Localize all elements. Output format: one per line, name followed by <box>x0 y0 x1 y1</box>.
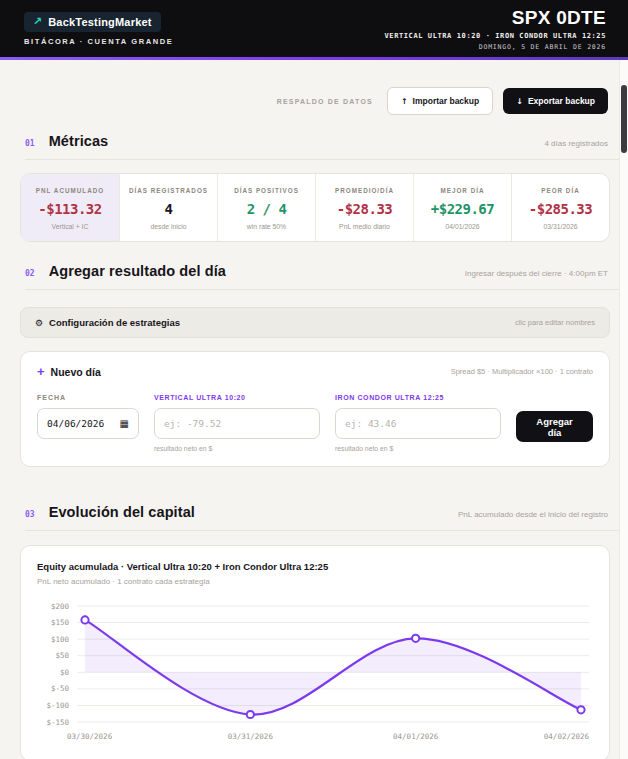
page-scrollbar[interactable] <box>619 60 628 759</box>
logo-arrow-icon: ↗ <box>33 16 42 27</box>
svg-text:$-50: $-50 <box>51 684 70 693</box>
brand-name: BackTestingMarket <box>48 16 151 28</box>
metric-dias-registrados: DÍAS REGISTRADOS 4 desde inicio <box>119 174 217 241</box>
svg-text:$100: $100 <box>51 635 70 644</box>
backup-row: RESPALDO DE DATOS ↑ Importar backup ↓ Ex… <box>20 87 608 115</box>
date-field-group: FECHA ▦ <box>37 394 139 439</box>
export-backup-button[interactable]: ↓ Exportar backup <box>503 88 608 114</box>
add-day-hint: Ingresar después del cierre · 4:00pm ET <box>465 269 608 278</box>
metric-mejor-dia: MEJOR DÍA +$229.67 04/01/2026 <box>413 174 511 241</box>
header-accent-line <box>0 57 628 60</box>
download-icon: ↓ <box>516 97 523 106</box>
metric-sub: win rate 50% <box>222 223 311 230</box>
metric-sub: 03/31/2026 <box>516 223 605 230</box>
metric-sub: 04/01/2026 <box>418 223 507 230</box>
vertical-ultra-label: VERTICAL ULTRA 10:20 <box>154 394 320 401</box>
metric-promedio-dia: PROMEDIO/DÍA -$28.33 PnL medio diario <box>315 174 413 241</box>
svg-text:$50: $50 <box>55 651 69 660</box>
metrics-count: 4 días registrados <box>544 139 608 148</box>
metric-label: PNL ACUMULADO <box>25 187 115 194</box>
import-backup-button[interactable]: ↑ Importar backup <box>387 87 493 115</box>
svg-text:$-100: $-100 <box>46 701 69 710</box>
equity-chart-svg: $200$150$100$50$0$-50$-100$-15003/30/202… <box>37 598 597 750</box>
section-divider <box>25 530 628 531</box>
evolution-title: Evolución del capital <box>49 504 195 520</box>
metric-label: DÍAS REGISTRADOS <box>124 187 213 194</box>
header-date: DOMINGO, 5 DE ABRIL DE 2026 <box>385 43 606 51</box>
backup-label: RESPALDO DE DATOS <box>277 98 373 105</box>
metrics-card: PNL ACUMULADO -$113.32 Vertical + IC DÍA… <box>20 173 610 242</box>
section-divider <box>25 289 628 290</box>
metric-label: DÍAS POSITIVOS <box>222 187 311 194</box>
iron-condor-field-group: IRON CONDOR ULTRA 12:25 resultado neto e… <box>335 394 501 452</box>
metrics-title: Métricas <box>49 133 109 149</box>
chart-title: Equity acumulada · Vertical Ultra 10:20 … <box>37 561 593 572</box>
section-number: 03 <box>25 510 35 519</box>
page-title: SPX 0DTE <box>385 7 606 29</box>
svg-text:03/30/2026: 03/30/2026 <box>67 732 113 741</box>
date-label: FECHA <box>37 394 139 401</box>
metric-pnl-acumulado: PNL ACUMULADO -$113.32 Vertical + IC <box>21 174 119 241</box>
brand-logo: ↗ BackTestingMarket <box>24 12 161 32</box>
section-divider <box>25 159 628 160</box>
date-input[interactable]: ▦ <box>37 408 139 439</box>
svg-text:$0: $0 <box>60 668 70 677</box>
section-number: 01 <box>25 139 35 148</box>
config-title: Configuración de estrategias <box>49 317 180 328</box>
chart-subtitle: PnL neto acumulado · 1 contrato cada est… <box>37 577 593 586</box>
add-day-section-header: 02 Agregar resultado del día Ingresar de… <box>25 263 608 279</box>
new-day-card: + Nuevo día Spread $5 · Multiplicador ×1… <box>20 351 610 467</box>
import-backup-label: Importar backup <box>413 96 480 106</box>
account-label: BITÁCORA · CUENTA GRANDE <box>24 37 173 46</box>
metric-sub: Vertical + IC <box>25 223 115 230</box>
vertical-ultra-input[interactable] <box>164 418 310 429</box>
svg-text:03/31/2026: 03/31/2026 <box>228 732 274 741</box>
upload-icon: ↑ <box>401 97 408 106</box>
evolution-section-header: 03 Evolución del capital PnL acumulado d… <box>25 504 608 520</box>
field-helper: resultado neto en $ <box>154 445 320 452</box>
export-backup-label: Exportar backup <box>528 96 595 106</box>
section-number: 02 <box>25 269 35 278</box>
metric-value: +$229.67 <box>418 201 507 217</box>
strategy-config-bar[interactable]: ⚙ Configuración de estrategias clic para… <box>20 307 610 338</box>
add-day-title: Agregar resultado del día <box>49 263 226 279</box>
add-day-button[interactable]: Agregar día <box>516 411 593 442</box>
calendar-icon[interactable]: ▦ <box>120 418 129 429</box>
plus-icon: + <box>37 365 45 378</box>
svg-text:04/02/2026: 04/02/2026 <box>544 732 590 741</box>
vertical-field-group: VERTICAL ULTRA 10:20 resultado neto en $ <box>154 394 320 452</box>
contract-meta: Spread $5 · Multiplicador ×100 · 1 contr… <box>451 367 593 376</box>
iron-condor-label: IRON CONDOR ULTRA 12:25 <box>335 394 501 401</box>
config-hint: clic para editar nombres <box>515 318 595 327</box>
iron-condor-input[interactable] <box>345 418 491 429</box>
metric-value: 2 / 4 <box>222 201 311 217</box>
metric-sub: desde inicio <box>124 223 213 230</box>
strategies-label: VERTICAL ULTRA 10:20 · IRON CONDOR ULTRA… <box>385 32 606 40</box>
gear-icon: ⚙ <box>35 318 43 328</box>
app-header: ↗ BackTestingMarket BITÁCORA · CUENTA GR… <box>0 0 628 57</box>
metric-label: PEOR DÍA <box>516 187 605 194</box>
metric-label: MEJOR DÍA <box>418 187 507 194</box>
equity-chart-card: Equity acumulada · Vertical Ultra 10:20 … <box>20 545 610 759</box>
metric-value: -$28.33 <box>320 201 409 217</box>
svg-text:$200: $200 <box>51 602 70 611</box>
evolution-hint: PnL acumulado desde el inicio del regist… <box>458 510 608 519</box>
metric-dias-positivos: DÍAS POSITIVOS 2 / 4 win rate 50% <box>217 174 315 241</box>
metrics-section-header: 01 Métricas 4 días registrados <box>25 133 608 149</box>
scrollbar-thumb[interactable] <box>621 85 627 153</box>
metric-label: PROMEDIO/DÍA <box>320 187 409 194</box>
svg-text:04/01/2026: 04/01/2026 <box>393 732 439 741</box>
metric-value: -$285.33 <box>516 201 605 217</box>
new-day-title: Nuevo día <box>51 366 101 378</box>
metric-value: -$113.32 <box>25 201 115 217</box>
date-input-value[interactable] <box>47 418 115 429</box>
metric-value: 4 <box>124 201 213 217</box>
svg-text:$150: $150 <box>51 618 70 627</box>
metric-peor-dia: PEOR DÍA -$285.33 03/31/2026 <box>511 174 609 241</box>
field-helper: resultado neto en $ <box>335 445 501 452</box>
svg-text:$-150: $-150 <box>46 718 69 727</box>
metric-sub: PnL medio diario <box>320 223 409 230</box>
